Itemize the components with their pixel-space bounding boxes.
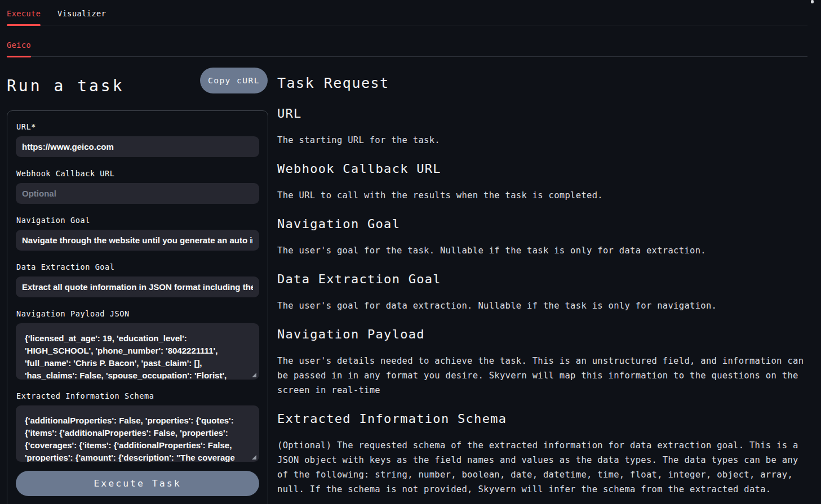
task-form-card: URL* Webhook Callback URL Navigation Goa… (7, 110, 268, 504)
navigation-payload-label: Navigation Payload JSON (16, 309, 259, 318)
doc-heading-data-extraction-goal: Data Extraction Goal (277, 271, 807, 288)
extracted-schema-label: Extracted Information Schema (16, 391, 259, 400)
run-task-header: Run a task Copy cURL (7, 63, 268, 110)
navigation-payload-wrap: {'licensed_at_age': 19, 'education_level… (16, 323, 259, 380)
extracted-schema-textarea[interactable]: {'additionalProperties': False, 'propert… (16, 405, 259, 462)
doc-heading-url: URL (277, 105, 807, 122)
doc-body-url: The starting URL for the task. (277, 133, 807, 148)
sub-tabbar: Geico (7, 38, 807, 57)
doc-title: Task Request (277, 74, 807, 92)
webhook-url-label: Webhook Callback URL (16, 169, 259, 178)
data-extraction-goal-label: Data Extraction Goal (16, 262, 259, 271)
execute-task-button[interactable]: Execute Task (16, 471, 259, 496)
url-input[interactable] (16, 136, 259, 157)
page-title: Run a task (7, 77, 125, 95)
resize-handle-icon[interactable] (252, 455, 256, 460)
navigation-payload-textarea[interactable]: {'licensed_at_age': 19, 'education_level… (16, 323, 259, 380)
navigation-goal-label: Navigation Goal (16, 216, 259, 225)
tab-visualizer[interactable]: Visualizer (57, 7, 106, 25)
resize-handle-icon[interactable] (252, 373, 256, 377)
doc-body-webhook: The URL to call with the results when th… (277, 188, 807, 203)
url-label: URL* (16, 122, 259, 131)
copy-curl-button[interactable]: Copy cURL (200, 68, 268, 93)
scrollbar-thumb[interactable] (811, 0, 814, 3)
doc-body-extracted-schema: (Optional) The requested schema of the e… (277, 438, 807, 497)
run-task-panel: Run a task Copy cURL URL* Webhook Callba… (7, 63, 268, 504)
doc-heading-navigation-payload: Navigation Payload (277, 326, 807, 343)
doc-body-data-extraction-goal: The user's goal for data extraction. Nul… (277, 298, 807, 313)
navigation-goal-input[interactable] (16, 230, 259, 251)
data-extraction-goal-input[interactable] (16, 276, 259, 297)
doc-heading-navigation-goal: Navigation Goal (277, 216, 807, 233)
main-tabbar: Execute Visualizer (7, 7, 807, 25)
doc-body-navigation-goal: The user's goal for the task. Nullable i… (277, 243, 807, 258)
task-request-docs: Task Request URL The starting URL for th… (277, 68, 807, 497)
tab-geico[interactable]: Geico (7, 38, 31, 56)
webhook-url-input[interactable] (16, 183, 259, 204)
doc-heading-extracted-schema: Extracted Information Schema (277, 411, 807, 427)
tab-execute[interactable]: Execute (7, 7, 41, 25)
doc-heading-webhook: Webhook Callback URL (277, 160, 807, 177)
doc-body-navigation-payload: The user's details needed to achieve the… (277, 354, 807, 398)
extracted-schema-wrap: {'additionalProperties': False, 'propert… (16, 405, 259, 462)
